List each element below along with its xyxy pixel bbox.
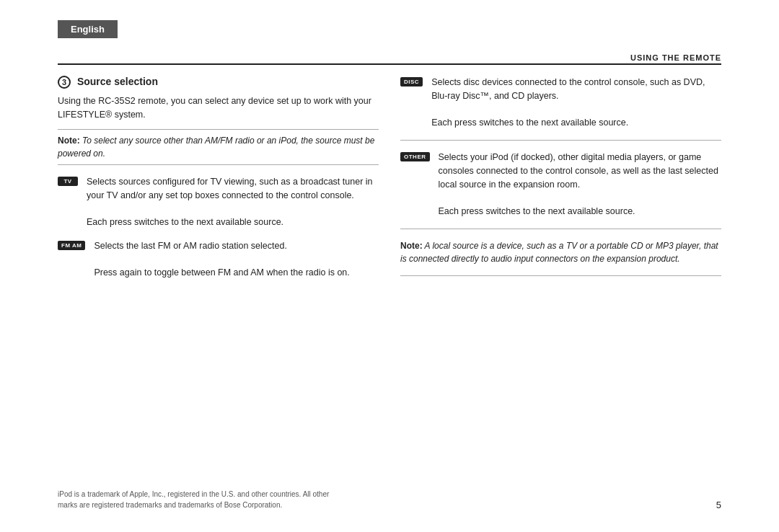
english-tab: English (58, 20, 118, 38)
other-item-row: OTHER Selects your iPod (if docked), oth… (400, 151, 721, 218)
page-number: 5 (716, 500, 721, 510)
section-number: 3 (58, 76, 71, 89)
disc-item-row: DISC Selects disc devices connected to t… (400, 76, 721, 130)
other-item-text: Selects your iPod (if docked), other dig… (439, 151, 722, 218)
note-box-right: Note: A local source is a device, such a… (400, 239, 721, 265)
intro-text: Using the RC-35S2 remote, you can select… (58, 94, 379, 122)
footer: iPod is a trademark of Apple, Inc., regi… (58, 489, 721, 510)
right-column: DISC Selects disc devices connected to t… (400, 76, 721, 474)
disc-item-text: Selects disc devices connected to the co… (431, 76, 721, 130)
note-box-left: Note: To select any source other than AM… (58, 129, 379, 165)
header-title: Using the Remote (630, 52, 721, 63)
tv-item-text: Selects sources configured for TV viewin… (87, 175, 379, 229)
disc-badge: DISC (400, 77, 423, 87)
fmam-item-row: FM AM Selects the last FM or AM radio st… (58, 239, 379, 280)
fmam-badge: FM AM (58, 241, 85, 250)
tv-badge: TV (58, 177, 78, 186)
divider-right (400, 140, 721, 141)
header-rule (58, 63, 721, 65)
other-badge: OTHER (400, 152, 430, 161)
tv-item-row: TV Selects sources configured for TV vie… (58, 175, 379, 229)
divider-right-2 (400, 229, 721, 229)
note-text-right: Note: A local source is a device, such a… (400, 239, 721, 265)
section-title: 3 Source selection (58, 76, 379, 89)
fmam-item-text: Selects the last FM or AM radio station … (94, 239, 379, 280)
note-text-left: Note: To select any source other than AM… (58, 134, 379, 160)
footer-trademark: iPod is a trademark of Apple, Inc., regi… (58, 489, 332, 510)
left-column: 3 Source selection Using the RC-35S2 rem… (58, 76, 379, 474)
divider-right-3 (400, 275, 721, 276)
main-content: 3 Source selection Using the RC-35S2 rem… (58, 76, 721, 474)
